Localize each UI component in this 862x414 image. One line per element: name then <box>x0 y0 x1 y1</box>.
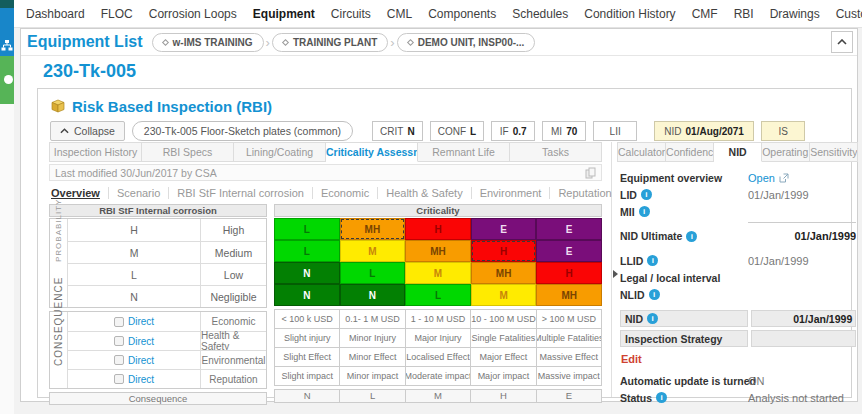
tab-calculator[interactable]: Calculator ... <box>617 142 666 162</box>
tab-nid[interactable]: NID <box>714 142 762 162</box>
nav-item-dashboard[interactable]: Dashboard <box>18 7 93 21</box>
direct-checkbox[interactable] <box>114 355 124 365</box>
direct-checkbox[interactable] <box>114 317 124 327</box>
direct-link[interactable]: Direct <box>128 355 154 366</box>
info-icon[interactable] <box>641 189 652 200</box>
badge-if-label: IF <box>500 126 509 137</box>
nav-item-cml[interactable]: CML <box>379 7 420 21</box>
direct-link[interactable]: Direct <box>128 316 154 327</box>
tab-confidence[interactable]: Confidence <box>666 142 714 162</box>
collapse-panel-button[interactable] <box>831 31 853 53</box>
subtab-rbi-stf-internal-corrosion[interactable]: RBI StF Internal corrosion <box>169 187 313 199</box>
criticality-cell[interactable]: H <box>405 218 471 240</box>
tab-operating[interactable]: Operating ... <box>762 142 810 162</box>
criticality-cell[interactable]: M <box>340 240 406 262</box>
probability-table: PROBABILITY H High M Medium L Low N Negl… <box>49 218 267 308</box>
breadcrumb-unit[interactable]: DEMO UNIT, INSP00-... <box>397 33 536 52</box>
right-tabbar: Calculator ... Confidence NID Operating … <box>617 142 858 162</box>
assessment-subtabs: Overview Scenario RBI StF Internal corro… <box>49 182 602 203</box>
info-icon[interactable] <box>656 392 667 403</box>
subtab-scenario[interactable]: Scenario <box>109 187 169 199</box>
subtab-economic[interactable]: Economic <box>313 187 378 199</box>
direct-link[interactable]: Direct <box>128 374 154 385</box>
field-label: LID <box>620 189 637 201</box>
criticality-cell[interactable]: M <box>405 262 471 284</box>
edit-link[interactable]: Edit <box>621 353 642 365</box>
criticality-cell[interactable]: L <box>274 218 340 240</box>
criticality-cell[interactable]: MH <box>340 218 406 240</box>
info-icon[interactable] <box>647 313 658 324</box>
direct-link[interactable]: Direct <box>128 336 154 347</box>
nav-item-drawings[interactable]: Drawings <box>762 7 828 21</box>
tab-remnant-life[interactable]: Remnant Life <box>418 142 510 162</box>
criticality-cell[interactable]: L <box>274 240 340 262</box>
equipment-selector-pill[interactable]: 230-Tk-005 Floor-Sketch plates (common) <box>132 121 353 141</box>
field-lid: LID 01/Jan/1999 <box>620 186 856 203</box>
criticality-cell[interactable]: N <box>274 262 340 284</box>
direct-checkbox[interactable] <box>114 336 124 346</box>
criticality-cell[interactable]: N <box>340 284 406 306</box>
descriptor-cell: Moderate impact <box>406 367 471 386</box>
criticality-cell[interactable]: L <box>405 284 471 306</box>
nav-item-components[interactable]: Components <box>420 7 504 21</box>
nav-item-circuits[interactable]: Circuits <box>323 7 379 21</box>
open-link[interactable]: Open <box>748 172 856 184</box>
diamond-icon <box>407 38 414 45</box>
tab-criticality-assessment[interactable]: Criticality Assessment <box>326 142 418 162</box>
breadcrumb-plant[interactable]: TRAINING PLANT <box>272 33 388 52</box>
probability-name: Negligible <box>200 285 266 307</box>
last-modified-text: Last modified 30/Jun/2017 by CSA <box>55 167 217 179</box>
nav-item-condition-history[interactable]: Condition History <box>576 7 683 21</box>
consequence-descriptor-grid: < 100 k USD 0.1- 1 M USD 1 - 10 M USD 10… <box>274 309 602 386</box>
tab-tasks[interactable]: Tasks <box>510 142 602 162</box>
info-icon[interactable] <box>686 231 697 242</box>
subtab-reputation[interactable]: Reputation <box>550 187 619 199</box>
descriptor-cell: Major impact <box>471 367 536 386</box>
criticality-cell[interactable]: E <box>536 218 602 240</box>
sidebar-status-button[interactable] <box>0 56 14 104</box>
direct-checkbox[interactable] <box>114 374 124 384</box>
info-icon[interactable] <box>639 206 650 217</box>
criticality-cell[interactable]: L <box>340 262 406 284</box>
tab-lining-coating[interactable]: Lining/Coating <box>234 142 326 162</box>
nav-item-rbi[interactable]: RBI <box>726 7 762 21</box>
tab-inspection-history[interactable]: Inspection History <box>49 142 142 162</box>
subtab-overview[interactable]: Overview <box>49 187 109 199</box>
nav-item-corrosion-loops[interactable]: Corrosion Loops <box>141 7 245 21</box>
info-icon[interactable] <box>647 255 658 266</box>
tab-sensitivity[interactable]: Sensitivity <box>810 142 858 162</box>
consequence-name: Health & Safety <box>200 331 266 350</box>
criticality-cell[interactable]: MH <box>471 262 537 284</box>
badge-conf: CONFL <box>430 121 484 141</box>
breadcrumb: w-IMS TRAINING › TRAINING PLANT › DEMO U… <box>152 33 536 52</box>
nav-item-cmf[interactable]: CMF <box>684 7 726 21</box>
consequence-name: Economic <box>200 312 266 331</box>
criticality-cell[interactable]: H <box>536 262 602 284</box>
copy-button[interactable] <box>585 167 596 179</box>
probability-name: Medium <box>200 241 266 263</box>
criticality-cell[interactable]: H <box>471 240 537 262</box>
criticality-cell[interactable]: MH <box>405 240 471 262</box>
sitemap-icon <box>1 40 13 51</box>
nav-item-floc[interactable]: FLOC <box>93 7 141 21</box>
criticality-cell[interactable]: M <box>471 284 537 306</box>
collapse-section-button[interactable]: Collapse <box>50 121 125 141</box>
criticality-cell[interactable]: E <box>471 218 537 240</box>
left-app-strip <box>0 0 14 414</box>
breadcrumb-site[interactable]: w-IMS TRAINING <box>152 33 264 52</box>
nav-item-schedules[interactable]: Schedules <box>504 7 576 21</box>
criticality-cell[interactable]: N <box>274 284 340 306</box>
subtab-environment[interactable]: Environment <box>472 187 551 199</box>
nav-item-equipment[interactable]: Equipment <box>245 7 323 21</box>
field-mii: MII <box>620 203 856 220</box>
subtab-health-safety[interactable]: Health & Safety <box>378 187 471 199</box>
nav-item-custom-reports[interactable]: Custom reports <box>828 7 862 21</box>
chevron-right-icon: › <box>265 35 271 50</box>
criticality-cell[interactable]: MH <box>536 284 602 306</box>
descriptor-cell: Localised Effect <box>406 348 471 367</box>
nid-panel-body: Equipment overview Open LID 01/Jan/1999 <box>617 162 858 406</box>
criticality-cell[interactable]: E <box>536 240 602 262</box>
sidebar-hierarchy-button[interactable] <box>0 8 14 56</box>
info-icon[interactable] <box>649 289 660 300</box>
tab-rbi-specs[interactable]: RBI Specs <box>142 142 234 162</box>
